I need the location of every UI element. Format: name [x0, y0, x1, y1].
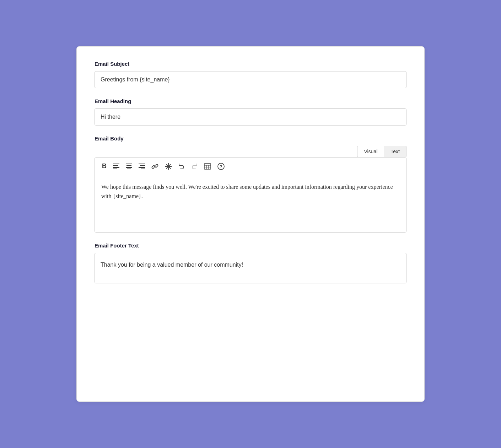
- email-footer-section: Email Footer Text Thank you for being a …: [95, 242, 406, 285]
- bold-button[interactable]: B: [100, 161, 109, 171]
- svg-text:?: ?: [220, 164, 222, 169]
- email-body-section: Email Body Visual Text B: [95, 135, 406, 233]
- svg-rect-21: [204, 164, 211, 169]
- align-center-icon: [126, 164, 132, 169]
- email-subject-section: Email Subject: [95, 61, 406, 88]
- align-right-button[interactable]: [136, 162, 147, 171]
- svg-rect-2: [113, 167, 119, 168]
- svg-rect-8: [139, 164, 145, 164]
- tab-visual-button[interactable]: Visual: [357, 146, 384, 157]
- email-footer-label: Email Footer Text: [95, 242, 406, 249]
- svg-rect-10: [139, 167, 145, 168]
- svg-rect-1: [113, 165, 118, 166]
- redo-icon: [191, 163, 198, 170]
- email-heading-label: Email Heading: [95, 98, 406, 104]
- svg-point-17: [168, 163, 169, 164]
- align-center-button[interactable]: [124, 162, 134, 171]
- align-right-icon: [139, 164, 145, 169]
- email-heading-section: Email Heading: [95, 98, 406, 126]
- email-heading-input[interactable]: [95, 108, 406, 126]
- svg-rect-5: [126, 165, 131, 166]
- help-button[interactable]: ?: [215, 161, 227, 171]
- link-icon: [151, 163, 158, 170]
- svg-point-18: [168, 169, 169, 170]
- email-subject-label: Email Subject: [95, 61, 406, 67]
- email-footer-input[interactable]: Thank you for being a valued member of o…: [95, 253, 406, 283]
- redo-button[interactable]: [189, 162, 200, 171]
- svg-rect-6: [126, 167, 132, 168]
- svg-point-19: [165, 166, 166, 167]
- svg-rect-9: [140, 165, 145, 166]
- undo-button[interactable]: [176, 162, 187, 171]
- help-icon: ?: [217, 163, 225, 170]
- email-subject-input[interactable]: [95, 71, 406, 88]
- svg-rect-11: [141, 169, 145, 169]
- editor-wrapper: B: [95, 157, 406, 233]
- table-icon: [204, 163, 211, 170]
- svg-point-20: [171, 166, 172, 167]
- email-body-editor[interactable]: We hope this message finds you well. We'…: [95, 175, 406, 232]
- main-card: Email Subject Email Heading Email Body V…: [76, 46, 425, 402]
- email-body-label: Email Body: [95, 135, 406, 142]
- svg-rect-3: [113, 169, 117, 169]
- tab-text-button[interactable]: Text: [384, 146, 406, 157]
- snowflake-icon: [165, 163, 172, 170]
- align-left-icon: [113, 164, 119, 169]
- svg-rect-7: [127, 169, 131, 169]
- svg-rect-0: [113, 164, 119, 164]
- asterisk-button[interactable]: [163, 161, 174, 171]
- editor-toolbar: B: [95, 158, 406, 175]
- undo-icon: [178, 163, 185, 170]
- align-left-button[interactable]: [111, 162, 122, 171]
- svg-rect-4: [126, 164, 132, 164]
- link-button[interactable]: [149, 162, 161, 171]
- editor-tabs-row: Visual Text: [95, 146, 406, 157]
- table-button[interactable]: [202, 162, 213, 171]
